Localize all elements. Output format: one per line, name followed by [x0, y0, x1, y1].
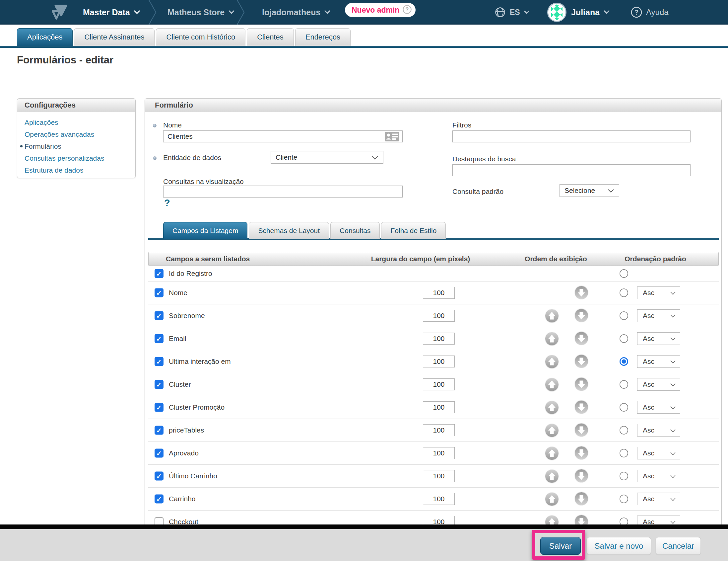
field-checkbox[interactable]: ✓	[155, 312, 164, 320]
field-checkbox[interactable]: ✓	[155, 403, 164, 412]
nav-account[interactable]: lojadomatheus	[262, 0, 330, 25]
field-checkbox[interactable]: ✓	[155, 449, 164, 458]
field-width-input[interactable]	[423, 310, 455, 322]
sort-direction-select[interactable]: Asc	[637, 470, 680, 482]
move-up-icon[interactable]	[545, 332, 559, 345]
help-circle-icon[interactable]: ?	[631, 0, 642, 25]
sort-direction-select[interactable]: Asc	[637, 355, 680, 368]
move-down-icon[interactable]	[575, 378, 588, 391]
field-width-input[interactable]	[423, 356, 455, 368]
field-width-input[interactable]	[423, 493, 455, 505]
save-button[interactable]: Salvar	[540, 537, 581, 555]
field-checkbox[interactable]: ✓	[155, 289, 164, 298]
field-width-input[interactable]	[423, 287, 455, 299]
default-sort-radio[interactable]	[620, 312, 628, 320]
field-checkbox[interactable]: ✓	[155, 495, 164, 504]
sort-direction-select[interactable]: Asc	[637, 332, 680, 345]
new-admin-badge[interactable]: Nuevo admin ?	[345, 3, 416, 17]
default-sort-radio[interactable]	[620, 357, 628, 366]
sort-direction-select[interactable]: Asc	[637, 378, 680, 391]
move-down-icon[interactable]	[575, 355, 588, 368]
move-up-icon[interactable]	[545, 469, 559, 483]
move-up-icon[interactable]	[545, 515, 559, 525]
default-sort-radio[interactable]	[620, 472, 628, 480]
field-width-input[interactable]	[423, 333, 455, 345]
move-up-icon[interactable]	[545, 424, 559, 437]
sort-direction-select[interactable]: Asc	[637, 287, 680, 299]
tab-endereços[interactable]: Endereços	[295, 28, 351, 46]
default-sort-radio[interactable]	[620, 289, 628, 297]
nav-master-data[interactable]: Master Data	[83, 0, 140, 25]
consulta-padrao-select[interactable]: Selecione	[560, 184, 619, 197]
tab-clientes[interactable]: Clientes	[247, 28, 294, 46]
move-down-icon[interactable]	[575, 401, 588, 414]
move-down-icon[interactable]	[575, 469, 588, 483]
tab-cliente-com-histórico[interactable]: Cliente com Histórico	[156, 28, 245, 46]
consultas-visualizacao-input[interactable]	[163, 185, 403, 197]
default-sort-radio[interactable]	[620, 426, 628, 435]
move-up-icon[interactable]	[545, 355, 559, 368]
sort-direction-select[interactable]: Asc	[637, 516, 680, 525]
sidebar-item-operações-avançadas[interactable]: Operações avançadas	[17, 128, 135, 140]
field-width-input[interactable]	[423, 379, 455, 390]
vtex-logo-icon[interactable]	[49, 0, 68, 25]
field-width-input[interactable]	[423, 424, 455, 436]
save-and-new-button[interactable]: Salvar e novo	[587, 537, 651, 555]
sidebar-item-aplicações[interactable]: Aplicações	[17, 116, 135, 128]
help-circle-icon[interactable]: ?	[403, 5, 412, 15]
inner-tab-campos-da-listagem[interactable]: Campos da Listagem	[163, 222, 247, 239]
move-down-icon[interactable]	[575, 492, 588, 506]
field-width-input[interactable]	[423, 447, 455, 459]
move-down-icon[interactable]	[575, 515, 588, 525]
move-up-icon[interactable]	[545, 401, 559, 414]
field-checkbox[interactable]: ✓	[155, 269, 164, 278]
field-checkbox[interactable]: ✓	[155, 472, 164, 481]
default-sort-radio[interactable]	[620, 449, 628, 457]
default-sort-radio[interactable]	[620, 495, 628, 503]
move-up-icon[interactable]	[545, 492, 559, 506]
move-down-icon[interactable]	[575, 309, 588, 322]
field-checkbox[interactable]	[155, 518, 164, 525]
default-sort-radio[interactable]	[620, 403, 628, 412]
language-selector[interactable]: ES	[510, 0, 529, 25]
default-sort-radio[interactable]	[620, 269, 628, 278]
field-checkbox[interactable]: ✓	[155, 334, 164, 343]
sort-direction-select[interactable]: Asc	[637, 310, 680, 322]
filtros-input[interactable]	[452, 130, 691, 142]
help-link[interactable]: Ayuda	[646, 0, 669, 25]
tab-cliente-assinantes[interactable]: Cliente Assinantes	[74, 28, 155, 46]
field-width-input[interactable]	[423, 470, 455, 482]
move-down-icon[interactable]	[575, 332, 588, 345]
nome-input[interactable]	[163, 130, 403, 142]
entidade-select[interactable]: Cliente	[271, 151, 383, 164]
field-width-input[interactable]	[423, 401, 455, 413]
nav-store[interactable]: Matheus Store	[167, 0, 234, 25]
contact-card-icon[interactable]	[384, 131, 400, 143]
field-checkbox[interactable]: ✓	[155, 426, 164, 435]
field-width-input[interactable]	[423, 516, 455, 525]
inner-tab-schemas-de-layout[interactable]: Schemas de Layout	[249, 222, 329, 239]
sidebar-item-estrutura-de-dados[interactable]: Estrutura de dados	[17, 164, 135, 176]
move-down-icon[interactable]	[575, 286, 588, 300]
inner-tab-consultas[interactable]: Consultas	[330, 222, 380, 239]
avatar[interactable]	[547, 0, 566, 25]
sidebar-item-consultas-personalizadas[interactable]: Consultas personalizadas	[17, 152, 135, 164]
help-question-icon[interactable]: ?	[164, 197, 170, 208]
sidebar-item-formulários[interactable]: Formulários	[17, 140, 135, 152]
default-sort-radio[interactable]	[620, 380, 628, 389]
move-down-icon[interactable]	[575, 424, 588, 437]
move-up-icon[interactable]	[545, 447, 559, 460]
sort-direction-select[interactable]: Asc	[637, 424, 680, 437]
default-sort-radio[interactable]	[620, 334, 628, 343]
field-checkbox[interactable]: ✓	[155, 380, 164, 389]
destaques-busca-input[interactable]	[452, 164, 691, 176]
move-up-icon[interactable]	[545, 309, 559, 322]
sort-direction-select[interactable]: Asc	[637, 401, 680, 414]
user-menu[interactable]: Juliana	[571, 0, 610, 25]
move-down-icon[interactable]	[575, 447, 588, 460]
inner-tab-folha-de-estilo[interactable]: Folha de Estilo	[381, 222, 446, 239]
field-checkbox[interactable]: ✓	[155, 357, 164, 366]
move-up-icon[interactable]	[545, 378, 559, 391]
default-sort-radio[interactable]	[620, 518, 628, 525]
sort-direction-select[interactable]: Asc	[637, 493, 680, 505]
